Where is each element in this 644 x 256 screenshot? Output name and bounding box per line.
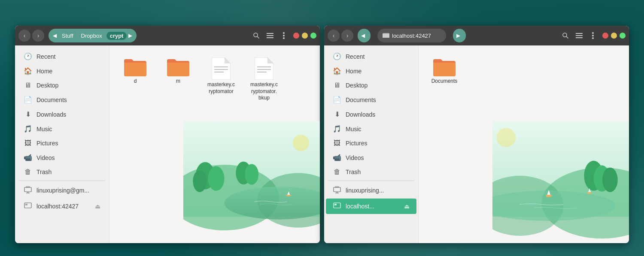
- list-view-button-1[interactable]: [264, 30, 276, 42]
- svg-point-6: [283, 35, 285, 36]
- folder-d[interactable]: d: [118, 54, 152, 105]
- sidebar-2: 🕐 Recent 🏠 Home 🖥 Desktop 📄 Documents ⬇: [324, 45, 419, 243]
- dot-green-1: [310, 33, 316, 39]
- sidebar-label-videos-2: Videos: [346, 154, 410, 161]
- back-button-1[interactable]: ‹: [18, 30, 30, 42]
- toolbar-2: ‹ › ◀ localhost:42427 ▶: [324, 26, 629, 45]
- list-view-button-2[interactable]: [573, 30, 585, 42]
- downloads-icon-1: ⬇: [24, 110, 32, 118]
- network-icon-2: [333, 186, 341, 195]
- sidebar-label-linuxuprising-1: linuxuprising@gm...: [36, 187, 100, 194]
- content-area-1: d m: [109, 45, 320, 243]
- eject-icon-localhost-1[interactable]: ⏏: [95, 203, 100, 210]
- videos-icon-1: 📹: [24, 154, 32, 162]
- localhost-icon-2: [333, 202, 341, 211]
- sidebar-item-trash-1[interactable]: 🗑 Trash: [17, 165, 107, 179]
- breadcrumb-right-arrow-1[interactable]: ▶: [128, 33, 133, 39]
- svg-rect-9: [26, 186, 30, 188]
- sidebar-item-recent-1[interactable]: 🕐 Recent: [17, 49, 107, 63]
- sidebar-label-videos-1: Videos: [36, 154, 100, 161]
- file-label-masterkey-bkup: masterkey.cryptomator.bkup: [250, 81, 278, 102]
- main-content-1: d m: [109, 45, 320, 243]
- sidebar-divider-1: [18, 181, 106, 181]
- search-icon-1: [253, 32, 260, 39]
- sidebar-item-documents-2[interactable]: 📄 Documents: [326, 93, 416, 107]
- sidebar-label-recent-2: Recent: [346, 53, 410, 60]
- toolbar-1: ‹ › ◀ Stuff Dropbox crypt ▶: [15, 26, 320, 45]
- window-dots-1: [293, 33, 316, 39]
- forward-button-1[interactable]: ›: [32, 30, 44, 42]
- sidebar-item-home-1[interactable]: 🏠 Home: [17, 64, 107, 78]
- svg-rect-3: [267, 35, 273, 36]
- svg-rect-2: [267, 33, 273, 34]
- svg-line-1: [257, 36, 259, 38]
- menu-button-1[interactable]: [278, 30, 290, 42]
- sidebar-label-pictures-2: Pictures: [346, 140, 410, 147]
- sidebar-item-downloads-1[interactable]: ⬇ Downloads: [17, 107, 107, 121]
- sidebar-item-home-2[interactable]: 🏠 Home: [326, 64, 416, 78]
- dot-green-2: [620, 33, 626, 39]
- breadcrumb-left-arrow-2[interactable]: ◀: [360, 33, 366, 39]
- sidebar-item-downloads-2[interactable]: ⬇ Downloads: [326, 107, 416, 121]
- sidebar-item-localhost-2[interactable]: localhost... ⏏: [326, 199, 416, 214]
- sidebar-item-music-1[interactable]: 🎵 Music: [17, 122, 107, 136]
- file-masterkey-bkup[interactable]: masterkey.cryptomator.bkup: [247, 54, 281, 105]
- file-masterkey[interactable]: masterkey.cryptomator: [204, 54, 238, 105]
- forward-button-2[interactable]: ›: [341, 30, 353, 42]
- svg-rect-42: [335, 186, 339, 188]
- sidebar-label-downloads-2: Downloads: [346, 111, 410, 118]
- sidebar-item-music-2[interactable]: 🎵 Music: [326, 122, 416, 136]
- svg-point-38: [592, 32, 594, 34]
- documents-icon-1: 📄: [24, 96, 32, 104]
- music-icon-1: 🎵: [24, 125, 32, 133]
- sidebar-label-home-2: Home: [346, 68, 410, 75]
- window-body-2: 🕐 Recent 🏠 Home 🖥 Desktop 📄 Documents ⬇: [324, 45, 629, 243]
- search-button-1[interactable]: [250, 30, 262, 42]
- sidebar-item-linuxuprising-2[interactable]: linuxuprising...: [326, 183, 416, 198]
- dot-yellow-1: [302, 33, 308, 39]
- menu-button-2[interactable]: [587, 30, 599, 42]
- sidebar-item-videos-1[interactable]: 📹 Videos: [17, 151, 107, 165]
- network-icon-1: [24, 186, 32, 195]
- pictures-icon-1: 🖼: [24, 139, 32, 147]
- sidebar-item-linuxuprising-1[interactable]: linuxuprising@gm...: [17, 183, 107, 198]
- desktop-icon-1: 🖥: [24, 81, 32, 89]
- sidebar-item-videos-2[interactable]: 📹 Videos: [326, 151, 416, 165]
- sidebar-item-pictures-1[interactable]: 🖼 Pictures: [17, 136, 107, 150]
- sidebar-label-linuxuprising-2: linuxuprising...: [346, 187, 410, 194]
- sidebar-label-documents-2: Documents: [346, 96, 410, 103]
- breadcrumb-stuff[interactable]: Stuff: [58, 32, 77, 40]
- sidebar-item-desktop-2[interactable]: 🖥 Desktop: [326, 78, 416, 92]
- sidebar-item-desktop-1[interactable]: 🖥 Desktop: [17, 78, 107, 92]
- breadcrumb-dropbox[interactable]: Dropbox: [78, 32, 106, 40]
- pictures-icon-2: 🖼: [333, 139, 341, 147]
- back-button-2[interactable]: ‹: [328, 30, 340, 42]
- recent-icon-1: 🕐: [24, 52, 32, 60]
- breadcrumb-crypt[interactable]: crypt: [106, 32, 127, 40]
- sidebar-item-documents-1[interactable]: 📄 Documents: [17, 93, 107, 107]
- sidebar-item-recent-2[interactable]: 🕐 Recent: [326, 49, 416, 63]
- svg-rect-4: [267, 37, 273, 38]
- svg-rect-37: [576, 37, 583, 38]
- file-window-1: ‹ › ◀ Stuff Dropbox crypt ▶: [15, 26, 320, 243]
- location-bar-2[interactable]: localhost:42427: [377, 29, 446, 42]
- svg-line-34: [566, 36, 568, 38]
- file-label-documents-2: Documents: [431, 78, 458, 85]
- sidebar-item-trash-2[interactable]: 🗑 Trash: [326, 165, 416, 179]
- sidebar-item-pictures-2[interactable]: 🖼 Pictures: [326, 136, 416, 150]
- file-icon-masterkey-bkup: [255, 57, 273, 80]
- svg-point-7: [283, 37, 285, 39]
- sidebar-label-documents-1: Documents: [36, 96, 100, 103]
- breadcrumb-left-2: ◀: [358, 29, 371, 42]
- search-button-2[interactable]: [559, 30, 571, 42]
- folder-documents-2[interactable]: Documents: [427, 54, 462, 88]
- sidebar-item-localhost-1[interactable]: localhost:42427 ⏏: [17, 199, 107, 214]
- svg-rect-46: [334, 204, 337, 205]
- svg-rect-41: [334, 187, 340, 192]
- dot-yellow-2: [611, 33, 617, 39]
- eject-icon-localhost-2[interactable]: ⏏: [404, 203, 410, 210]
- breadcrumb-left-arrow-1[interactable]: ◀: [52, 33, 58, 39]
- breadcrumb-right-arrow-2[interactable]: ▶: [456, 33, 461, 39]
- folder-m[interactable]: m: [161, 54, 195, 105]
- sidebar-divider-2: [328, 181, 415, 181]
